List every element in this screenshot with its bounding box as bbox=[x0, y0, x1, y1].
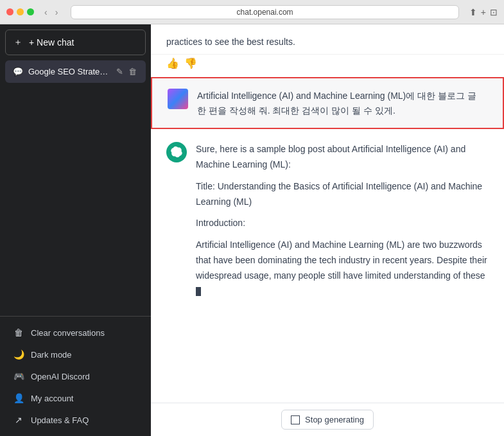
traffic-lights bbox=[6, 8, 34, 15]
chat-area: practices to see the best results. 👍 👎 A… bbox=[151, 24, 504, 436]
thumbs-up-button[interactable]: 👍 bbox=[166, 57, 179, 69]
address-bar[interactable]: chat.openai.com bbox=[71, 5, 458, 19]
assistant-message-text: Sure, here is a sample blog post about A… bbox=[196, 142, 489, 299]
user-avatar bbox=[168, 89, 188, 109]
sidebar: ＋ + New chat 💬 Google SEO Strategy O ✎ 🗑… bbox=[0, 24, 151, 436]
my-account-button[interactable]: 👤 My account bbox=[5, 387, 146, 409]
back-button[interactable]: ‹ bbox=[42, 6, 50, 19]
clear-conversations-label: Clear conversations bbox=[31, 328, 105, 338]
browser-chrome: ‹ › chat.openai.com ⬆ + ⊡ bbox=[0, 0, 504, 24]
assistant-message: Sure, here is a sample blog post about A… bbox=[151, 129, 504, 311]
assistant-body: Artificial Intelligence (AI) and Machine… bbox=[196, 238, 489, 299]
share-icon[interactable]: ⬆ bbox=[469, 7, 477, 17]
plus-icon: ＋ bbox=[13, 37, 22, 48]
user-message-text: Artificial Intelligence (AI) and Machine… bbox=[197, 89, 487, 118]
sidebar-bottom: 🗑 Clear conversations 🌙 Dark mode 🎮 Open… bbox=[0, 316, 151, 436]
stop-bar: Stop generating bbox=[151, 403, 504, 436]
assistant-title: Title: Understanding the Basics of Artif… bbox=[196, 179, 489, 210]
app-container: ＋ + New chat 💬 Google SEO Strategy O ✎ 🗑… bbox=[0, 24, 504, 436]
url-text: chat.openai.com bbox=[237, 8, 293, 17]
close-traffic-light[interactable] bbox=[6, 8, 13, 15]
partial-text: practices to see the best results. bbox=[166, 37, 295, 47]
new-chat-label: + New chat bbox=[29, 37, 74, 48]
trash-icon: 🗑 bbox=[13, 327, 24, 338]
sidebar-top: ＋ + New chat 💬 Google SEO Strategy O ✎ 🗑 bbox=[0, 24, 151, 316]
conversation-actions: ✎ 🗑 bbox=[115, 66, 138, 77]
extensions-icon[interactable]: ⊡ bbox=[490, 7, 498, 17]
conversation-item[interactable]: 💬 Google SEO Strategy O ✎ 🗑 bbox=[5, 60, 146, 83]
new-chat-button[interactable]: ＋ + New chat bbox=[5, 30, 146, 55]
stop-generating-label: Stop generating bbox=[305, 415, 364, 424]
dark-mode-label: Dark mode bbox=[31, 350, 72, 360]
moon-icon: 🌙 bbox=[13, 349, 24, 360]
discord-button[interactable]: 🎮 OpenAI Discord bbox=[5, 365, 146, 387]
chat-icon: 💬 bbox=[13, 67, 23, 76]
browser-actions: ⬆ + ⊡ bbox=[469, 7, 498, 17]
stop-icon bbox=[291, 415, 300, 424]
dark-mode-button[interactable]: 🌙 Dark mode bbox=[5, 344, 146, 365]
user-message: Artificial Intelligence (AI) and Machine… bbox=[151, 77, 504, 129]
forward-button[interactable]: › bbox=[53, 6, 61, 19]
delete-conversation-button[interactable]: 🗑 bbox=[127, 66, 138, 77]
thumbs-down-button[interactable]: 👎 bbox=[184, 57, 197, 69]
browser-nav: ‹ › bbox=[42, 6, 60, 19]
discord-icon: 🎮 bbox=[13, 371, 24, 381]
external-link-icon: ↗ bbox=[13, 415, 24, 425]
conversation-title: Google SEO Strategy O bbox=[28, 67, 110, 76]
partial-message: practices to see the best results. bbox=[151, 24, 504, 55]
assistant-intro2: Introduction: bbox=[196, 216, 489, 231]
updates-faq-label: Updates & FAQ bbox=[31, 415, 89, 425]
add-tab-icon[interactable]: + bbox=[481, 7, 486, 17]
my-account-label: My account bbox=[31, 394, 73, 403]
feedback-row: 👍 👎 bbox=[151, 55, 504, 77]
clear-conversations-button[interactable]: 🗑 Clear conversations bbox=[5, 322, 146, 344]
person-icon: 👤 bbox=[13, 393, 24, 403]
fullscreen-traffic-light[interactable] bbox=[27, 8, 34, 15]
discord-label: OpenAI Discord bbox=[31, 372, 90, 381]
edit-conversation-button[interactable]: ✎ bbox=[115, 66, 125, 77]
messages-list: practices to see the best results. 👍 👎 A… bbox=[151, 24, 504, 403]
stop-generating-button[interactable]: Stop generating bbox=[281, 410, 374, 430]
updates-faq-button[interactable]: ↗ Updates & FAQ bbox=[5, 409, 146, 431]
cursor-block bbox=[196, 287, 201, 296]
minimize-traffic-light[interactable] bbox=[17, 8, 24, 15]
assistant-avatar bbox=[166, 142, 187, 162]
assistant-intro: Sure, here is a sample blog post about A… bbox=[196, 142, 489, 173]
